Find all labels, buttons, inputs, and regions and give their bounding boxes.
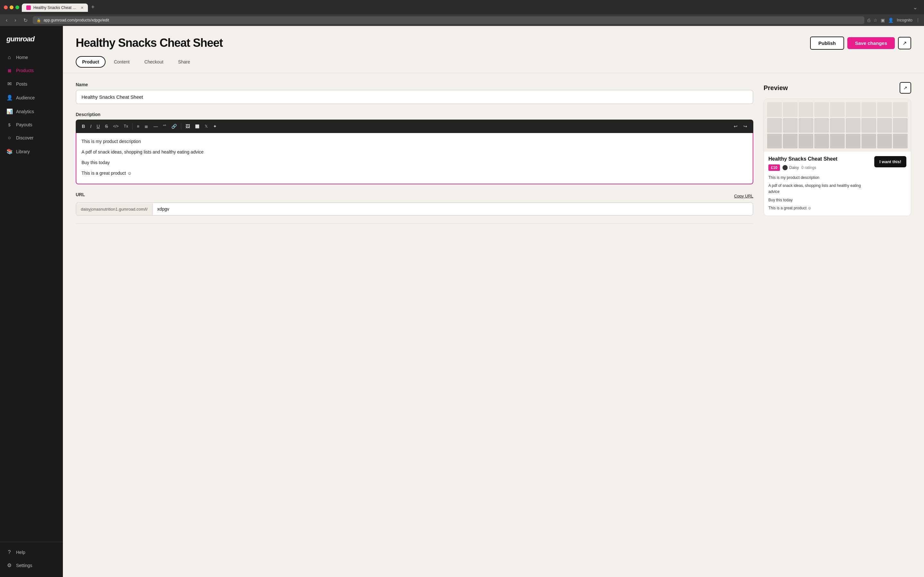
preview-buy-section: I want this! bbox=[870, 152, 911, 216]
redo-btn[interactable]: ↪ bbox=[741, 122, 750, 131]
sidebar-item-posts[interactable]: ✉ Posts bbox=[0, 77, 63, 90]
audience-icon: 👤 bbox=[6, 95, 12, 101]
grid-cell bbox=[830, 118, 845, 133]
grid-cell bbox=[830, 102, 845, 117]
menu-icon[interactable]: ⋮ bbox=[916, 18, 920, 23]
preview-product-name: Healthy Snacks Cheat Sheet bbox=[768, 156, 865, 162]
external-link-button[interactable]: ↗ bbox=[898, 37, 911, 49]
code-btn[interactable]: </> bbox=[111, 122, 121, 130]
sidebar-item-products[interactable]: ▦ Products bbox=[0, 64, 63, 77]
text-format-btn[interactable]: Tx bbox=[121, 122, 130, 130]
sidebar-item-payouts[interactable]: $ Payouts bbox=[0, 119, 63, 131]
grid-cell bbox=[767, 118, 782, 133]
refresh-btn[interactable]: ↻ bbox=[21, 17, 29, 24]
tab-favicon bbox=[26, 5, 31, 10]
sidebar-item-settings[interactable]: ⚙ Settings bbox=[0, 559, 63, 572]
blockquote-btn[interactable]: “” bbox=[161, 122, 168, 131]
browser-chrome: Healthy Snacks Cheat Sheet × + ⌄ bbox=[0, 0, 924, 15]
grid-cell bbox=[846, 102, 861, 117]
sidebar-item-help[interactable]: ? Help bbox=[0, 546, 63, 559]
description-field-group: Description B I U S </> Tx ≡ ≣ — “” 🔗 bbox=[76, 112, 753, 184]
desc-line-2: A pdf of snack ideas, shopping lists and… bbox=[81, 149, 748, 155]
browser-tab-active[interactable]: Healthy Snacks Cheat Sheet × bbox=[22, 3, 88, 12]
sidebar-toggle-icon[interactable]: ▣ bbox=[881, 18, 885, 23]
desc-line-4: This is a great product ☺ bbox=[81, 170, 748, 177]
grid-cell bbox=[783, 134, 798, 148]
bookmark-icon[interactable]: ☆ bbox=[873, 18, 877, 23]
settings-icon: ⚙ bbox=[6, 562, 12, 568]
sidebar-item-home[interactable]: ⌂ Home bbox=[0, 51, 63, 64]
italic-btn[interactable]: I bbox=[88, 122, 94, 131]
sidebar-item-label: Settings bbox=[16, 563, 32, 568]
hr-btn[interactable]: — bbox=[151, 122, 160, 131]
preview-title: Preview bbox=[764, 84, 788, 92]
back-btn[interactable]: ‹ bbox=[4, 17, 9, 24]
tab-content[interactable]: Content bbox=[107, 56, 136, 68]
url-header: URL Copy URL bbox=[76, 192, 753, 200]
minimize-window-btn[interactable] bbox=[10, 5, 13, 9]
address-bar[interactable]: 🔒 app.gumroad.com/products/xdpgv/edit bbox=[33, 16, 865, 24]
preview-author-badge: Daisy bbox=[782, 165, 799, 170]
main-content: Healthy Snacks Cheat Sheet Publish Save … bbox=[63, 26, 924, 577]
lock-icon: 🔒 bbox=[37, 18, 41, 23]
profile-icon[interactable]: 👤 bbox=[888, 18, 893, 23]
maximize-window-btn[interactable] bbox=[15, 5, 19, 9]
products-icon: ▦ bbox=[6, 68, 12, 73]
underline-btn[interactable]: U bbox=[94, 122, 102, 131]
ol-btn[interactable]: ≣ bbox=[142, 122, 150, 131]
sidebar-item-label: Products bbox=[16, 68, 34, 73]
preview-image-grid bbox=[764, 99, 911, 152]
grid-cell bbox=[814, 118, 829, 133]
cast-icon[interactable]: ⎙ bbox=[867, 18, 870, 23]
content-area: Name Description B I U S </> Tx ≡ bbox=[63, 73, 924, 233]
grid-cell bbox=[814, 102, 829, 117]
app-container: gumroad ⌂ Home ▦ Products ✉ Posts 👤 Audi… bbox=[0, 26, 924, 577]
name-input[interactable] bbox=[76, 90, 753, 104]
save-changes-button[interactable]: Save changes bbox=[847, 37, 895, 49]
tab-checkout[interactable]: Checkout bbox=[138, 56, 170, 68]
embed-btn[interactable]: ⬜ bbox=[193, 123, 202, 130]
page-header: Healthy Snacks Cheat Sheet Publish Save … bbox=[63, 26, 924, 50]
preview-open-button[interactable]: ↗ bbox=[900, 82, 911, 93]
grid-cell bbox=[877, 134, 892, 148]
forward-btn[interactable]: › bbox=[13, 17, 18, 24]
tab-share[interactable]: Share bbox=[172, 56, 196, 68]
copy-url-button[interactable]: Copy URL bbox=[734, 193, 753, 198]
preview-description: This is my product description A pdf of … bbox=[768, 175, 865, 211]
help-icon: ? bbox=[6, 550, 12, 555]
grid-cell bbox=[798, 118, 813, 133]
image-btn[interactable]: 🖼 bbox=[183, 122, 192, 131]
description-editor[interactable]: This is my product description A pdf of … bbox=[76, 133, 753, 184]
expand-tabs-btn[interactable]: ⌄ bbox=[910, 4, 920, 11]
new-tab-btn[interactable]: + bbox=[89, 3, 97, 12]
discover-icon: ○ bbox=[6, 135, 12, 141]
url-suffix[interactable]: xdpgv bbox=[153, 203, 174, 215]
ul-btn[interactable]: ≡ bbox=[134, 122, 142, 131]
grid-cell bbox=[861, 134, 876, 148]
tab-product[interactable]: Product bbox=[76, 56, 105, 68]
grid-cell bbox=[798, 102, 813, 117]
preview-desc-2: A pdf of snack ideas, shopping lists and… bbox=[768, 183, 865, 195]
publish-button[interactable]: Publish bbox=[810, 37, 844, 50]
sidebar-bottom: ? Help ⚙ Settings bbox=[0, 542, 63, 572]
undo-btn[interactable]: ↩ bbox=[732, 122, 740, 131]
preview-desc-1: This is my product description bbox=[768, 175, 865, 181]
close-window-btn[interactable] bbox=[4, 5, 8, 9]
tab-close-btn[interactable]: × bbox=[81, 5, 83, 10]
strikethrough-btn[interactable]: S bbox=[103, 122, 110, 131]
url-prefix: daisyjonasnutrition1.gumroad.com/l/ bbox=[76, 203, 153, 215]
bold-btn[interactable]: B bbox=[79, 122, 87, 131]
preview-buy-button[interactable]: I want this! bbox=[874, 156, 906, 167]
grid-cell bbox=[830, 134, 845, 148]
preview-product-section: Healthy Snacks Cheat Sheet £10 Daisy 0 r… bbox=[764, 152, 870, 216]
special-btn[interactable]: ✦ bbox=[211, 122, 219, 131]
sidebar-item-label: Help bbox=[16, 550, 25, 555]
url-input-wrap: daisyjonasnutrition1.gumroad.com/l/ xdpg… bbox=[76, 202, 753, 216]
sidebar-item-library[interactable]: 📚 Library bbox=[0, 145, 63, 158]
sidebar-item-discover[interactable]: ○ Discover bbox=[0, 131, 63, 144]
link-btn[interactable]: 🔗 bbox=[169, 122, 179, 131]
sidebar-item-analytics[interactable]: 📊 Analytics bbox=[0, 105, 63, 118]
product-form: Name Description B I U S </> Tx ≡ bbox=[76, 82, 753, 224]
sidebar-item-audience[interactable]: 👤 Audience bbox=[0, 91, 63, 104]
twitter-btn[interactable]: 𝕏 bbox=[202, 122, 210, 130]
